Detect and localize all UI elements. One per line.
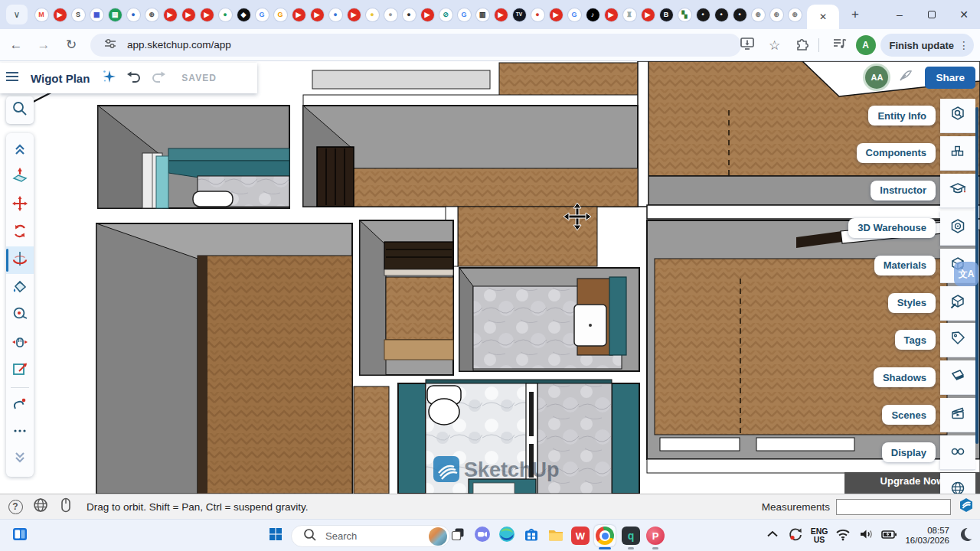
tab-favicon-yt[interactable]: ▶ xyxy=(201,8,214,21)
widgets-button[interactable] xyxy=(9,525,31,546)
language-indicator[interactable]: ENGUS xyxy=(811,527,828,544)
wps-app-button[interactable]: W xyxy=(570,525,591,546)
tab-favicon-yt[interactable]: ▶ xyxy=(550,8,563,21)
maximize-button[interactable] xyxy=(916,0,948,29)
chrome-app-button[interactable] xyxy=(594,525,616,546)
tab-favicon-spiral[interactable]: S xyxy=(72,8,85,21)
tab-favicon-yt[interactable]: ▶ xyxy=(164,8,177,21)
battery-button[interactable] xyxy=(880,526,898,546)
document-title[interactable]: Wigot Plan xyxy=(31,72,90,85)
tab-favicon-chart[interactable]: ▥ xyxy=(476,8,489,21)
redo-button[interactable] xyxy=(146,66,171,90)
help-button[interactable]: ? xyxy=(5,497,25,517)
panel-button-entity-info[interactable] xyxy=(940,99,975,133)
feather-icon[interactable] xyxy=(896,67,914,88)
tab-favicon-sphere-blue[interactable]: ● xyxy=(329,8,342,21)
new-tab-button[interactable]: + xyxy=(845,5,865,24)
undo-button[interactable] xyxy=(122,66,146,90)
tab-favicon-sheets[interactable]: ▤ xyxy=(109,8,122,21)
panel-button-warehouse[interactable] xyxy=(940,211,975,246)
tab-favicon-yt[interactable]: ▶ xyxy=(495,8,508,21)
tab-organizer-button[interactable] xyxy=(828,34,851,57)
tab-favicon-clock-yellow[interactable]: ● xyxy=(366,8,379,21)
tab-favicon-yt[interactable]: ▶ xyxy=(182,8,195,21)
tab-favicon-google[interactable]: G xyxy=(458,8,471,21)
finish-update-button[interactable]: Finish update ⋮ xyxy=(880,34,975,57)
tab-favicon-globe-gray[interactable]: ⊕ xyxy=(752,8,765,21)
clock[interactable]: 08:5716/03/2026 xyxy=(905,526,949,546)
tray-overflow-button[interactable] xyxy=(763,526,782,546)
tab-favicon-dot-dark[interactable]: • xyxy=(733,8,746,21)
back-button[interactable]: ← xyxy=(5,34,28,57)
chat-app-button[interactable] xyxy=(472,525,493,546)
tab-favicon-yt[interactable]: ▶ xyxy=(642,8,655,21)
tab-favicon-yt[interactable]: ▶ xyxy=(54,8,67,21)
tab-favicon-yt[interactable]: ▶ xyxy=(311,8,324,21)
tab-favicon-yt[interactable]: ▶ xyxy=(292,8,305,21)
tab-close-icon[interactable]: ✕ xyxy=(819,11,827,22)
tool-tape-measure[interactable] xyxy=(6,302,34,329)
tab-favicon-bitget[interactable]: B xyxy=(660,8,673,21)
tab-favicon-red-ring[interactable]: ● xyxy=(531,8,544,21)
forward-button[interactable]: → xyxy=(32,34,55,57)
panel-button-shadows[interactable] xyxy=(940,360,975,395)
panel-button-display[interactable] xyxy=(940,435,975,470)
tab-favicon-gmail[interactable]: M xyxy=(35,8,48,21)
task-view-button[interactable] xyxy=(447,525,469,546)
tool-walk[interactable] xyxy=(6,391,34,419)
kebab-menu-icon[interactable]: ⋮ xyxy=(959,39,969,51)
tab-search-button[interactable]: ∨ xyxy=(6,5,28,24)
tool-scroll-up[interactable] xyxy=(6,136,34,164)
panel-button-scenes[interactable] xyxy=(940,398,975,432)
mouse-mode-button[interactable] xyxy=(56,497,76,517)
panel-button-language[interactable] xyxy=(940,473,975,494)
panel-button-styles[interactable] xyxy=(940,286,975,321)
tab-favicon-yt[interactable]: ▶ xyxy=(348,8,361,21)
address-bar[interactable]: app.sketchup.com/app xyxy=(90,34,741,57)
tab-favicon-tiktok[interactable]: ♪ xyxy=(586,8,599,21)
tab-favicon-tv[interactable]: TV xyxy=(513,8,526,21)
tab-favicon-chat-dark[interactable]: ● xyxy=(403,8,416,21)
extensions-button[interactable] xyxy=(791,34,814,57)
store-app-button[interactable] xyxy=(521,525,542,546)
tab-favicon-green-ring[interactable]: ● xyxy=(219,8,232,21)
tool-zoom-window[interactable] xyxy=(6,357,34,384)
taskbar-search[interactable]: Search xyxy=(291,525,450,547)
tool-orbit[interactable] xyxy=(6,246,34,274)
p-app-button[interactable]: P xyxy=(645,525,666,546)
install-app-button[interactable] xyxy=(736,34,759,57)
measurements-input[interactable] xyxy=(836,499,951,515)
tab-favicon-g-orange[interactable]: G xyxy=(274,8,287,21)
tool-push-pull[interactable] xyxy=(6,164,34,191)
search-tool-button[interactable] xyxy=(6,96,34,124)
site-settings-icon[interactable] xyxy=(101,34,119,56)
panel-button-tags[interactable] xyxy=(940,323,975,357)
tab-favicon-globe-gray[interactable]: ⊕ xyxy=(770,8,783,21)
user-avatar[interactable]: AA xyxy=(865,66,888,89)
tab-favicon-dot-dark[interactable]: • xyxy=(697,8,710,21)
start-button[interactable] xyxy=(265,525,286,546)
do-not-disturb-button[interactable] xyxy=(956,526,975,546)
tool-scroll-down[interactable] xyxy=(6,446,34,474)
tab-favicon-teal-slash[interactable]: ⊘ xyxy=(439,8,452,21)
edge-app-button[interactable] xyxy=(496,525,518,546)
main-menu-button[interactable] xyxy=(0,66,24,90)
tab-favicon-yt[interactable]: ▶ xyxy=(605,8,618,21)
q-app-button[interactable]: q xyxy=(620,525,642,546)
file-explorer-button[interactable] xyxy=(545,525,567,546)
tab-favicon-statue[interactable]: ♜ xyxy=(623,8,636,21)
tab-favicon-globe-gray[interactable]: ⊕ xyxy=(789,8,802,21)
panel-button-components[interactable] xyxy=(940,136,975,171)
minimize-button[interactable]: – xyxy=(884,0,916,29)
wifi-button[interactable] xyxy=(834,526,852,546)
tab-favicon-s-gray[interactable]: ● xyxy=(384,8,397,21)
tab-favicon-arc[interactable]: ◆ xyxy=(237,8,250,21)
tool-pan[interactable] xyxy=(6,329,34,357)
tool-rotate[interactable] xyxy=(6,219,34,246)
tab-favicon-globe-dark[interactable]: ⊕ xyxy=(145,8,158,21)
tool-paint[interactable] xyxy=(6,274,34,302)
tool-move[interactable] xyxy=(6,191,34,219)
geolocation-button[interactable] xyxy=(31,497,51,517)
model-canvas[interactable]: SketchUp xyxy=(0,61,980,494)
tab-favicon-yt[interactable]: ▶ xyxy=(421,8,434,21)
